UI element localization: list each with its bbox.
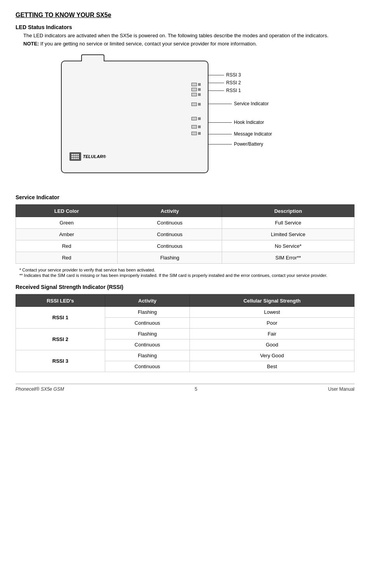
telular-dot-9	[71, 158, 73, 159]
service-indicator-title: Service Indicator	[16, 194, 354, 200]
hook-led-dot	[198, 117, 201, 120]
service-cell-description: No Service*	[222, 240, 354, 252]
telular-dot-11	[75, 158, 77, 159]
rssi-led-label: RSSI 1	[16, 307, 105, 329]
page-title: GETTING TO KNOW YOUR SX5e	[16, 12, 354, 19]
service-cell-description: Limited Service	[222, 229, 354, 240]
callout-spacer2	[208, 109, 317, 120]
message-led-dot	[198, 125, 201, 128]
service-table-row: Amber Continuous Limited Service	[16, 229, 354, 240]
service-cell-color: Green	[16, 217, 118, 229]
hook-led-box	[191, 117, 197, 120]
rssi-strength: Poor	[190, 318, 354, 329]
rssi1-led-dot	[198, 93, 201, 96]
callout-service: Service Indicator	[208, 101, 317, 106]
callout-label-hook: Hook Indicator	[234, 120, 264, 125]
service-table-header-row: LED Color Activity Description	[16, 205, 354, 217]
note-body: If you are getting no service or limited…	[40, 41, 257, 47]
service-table-row: Red Flashing SIM Error**	[16, 252, 354, 264]
telular-dot-8	[77, 156, 79, 157]
rssi3-led-dot	[198, 83, 201, 86]
led-gap2	[191, 108, 201, 115]
rssi-strength: Good	[190, 339, 354, 350]
rssi-activity: Continuous	[105, 318, 189, 329]
hook-led-indicator	[191, 117, 201, 120]
callout-message: Message Indicator	[208, 131, 317, 137]
rssi-th-activity: Activity	[105, 295, 189, 307]
rssi-th-leds: RSSI LED's	[16, 295, 105, 307]
telular-brand: TELULAR®	[83, 154, 106, 159]
rssi-strength: Very Good	[190, 350, 354, 361]
service-table-row: Green Continuous Full Service	[16, 217, 354, 229]
callout-line-message	[208, 134, 232, 134]
telular-dot-3	[75, 154, 77, 155]
rssi2-led-dot	[198, 88, 201, 91]
service-cell-description: SIM Error**	[222, 252, 354, 264]
callout-label-rssi3: RSSI 3	[226, 72, 241, 78]
message-led-box	[191, 125, 197, 129]
service-cell-activity: Continuous	[118, 217, 222, 229]
message-led-indicator	[191, 125, 201, 129]
footnote-1: * Contact your service provider to verif…	[19, 268, 354, 272]
rssi-table-row: RSSI 3 Flashing Very Good	[16, 350, 354, 361]
callout-spacer1	[208, 96, 317, 101]
service-table-row: Red Continuous No Service*	[16, 240, 354, 252]
power-led-dot	[198, 132, 201, 135]
rssi2-led-box	[191, 88, 197, 91]
device-box: TELULAR®	[61, 61, 208, 173]
service-cell-activity: Continuous	[118, 240, 222, 252]
callout-labels: RSSI 3 RSSI 2 RSSI 1 Service Indicator H…	[208, 72, 317, 149]
service-th-color: LED Color	[16, 205, 118, 217]
callout-label-rssi2: RSSI 2	[226, 80, 241, 85]
power-led-indicator	[191, 132, 201, 135]
telular-icon-grid	[71, 154, 79, 159]
callout-spacer3	[208, 127, 317, 131]
rssi-section-title: Received Signal Strength Indicator (RSSI…	[16, 284, 354, 290]
service-cell-description: Full Service	[222, 217, 354, 229]
callout-label-service: Service Indicator	[234, 101, 269, 106]
rssi-table-header-row: RSSI LED's Activity Cellular Signal Stre…	[16, 295, 354, 307]
rssi-strength: Lowest	[190, 307, 354, 318]
callout-line-rssi3	[208, 75, 224, 75]
service-led-dot	[198, 103, 201, 106]
service-footnotes: * Contact your service provider to verif…	[19, 268, 354, 278]
callout-rssi1: RSSI 1	[208, 88, 317, 93]
telular-logo: TELULAR®	[69, 152, 106, 161]
callout-line-rssi2	[208, 83, 224, 83]
telular-dot-7	[75, 156, 77, 157]
service-th-activity: Activity	[118, 205, 222, 217]
service-indicator-table: LED Color Activity Description Green Con…	[16, 205, 354, 264]
callout-line-power	[208, 144, 232, 144]
intro-text: The LED indicators are activated when th…	[23, 33, 354, 38]
rssi1-led-box	[191, 93, 197, 96]
callout-hook: Hook Indicator	[208, 120, 317, 125]
callout-rssi2: RSSI 2	[208, 80, 317, 85]
led-panel	[191, 83, 201, 135]
led-gap1	[191, 98, 201, 101]
footnote-2: ** Indicates that the SIM card is missin…	[19, 273, 354, 278]
rssi-activity: Flashing	[105, 307, 189, 318]
rssi2-indicator	[191, 88, 201, 91]
callout-rssi3: RSSI 3	[208, 72, 317, 78]
callout-line-rssi1	[208, 90, 224, 91]
callout-line-service	[208, 104, 232, 104]
service-th-description: Description	[222, 205, 354, 217]
footer-page-number: 5	[195, 386, 198, 392]
rssi-led-label: RSSI 3	[16, 350, 105, 372]
telular-dot-2	[73, 154, 75, 155]
device-diagram-container: TELULAR® RSSI 3 RSSI 2 RSSI 1 Service In…	[16, 53, 354, 185]
service-cell-activity: Flashing	[118, 252, 222, 264]
footer-manual: User Manual	[328, 386, 354, 392]
service-led-indicator	[191, 103, 201, 106]
rssi-activity: Flashing	[105, 350, 189, 361]
telular-dot-4	[77, 154, 79, 155]
power-led-box	[191, 132, 197, 135]
service-cell-activity: Continuous	[118, 229, 222, 240]
rssi-table: RSSI LED's Activity Cellular Signal Stre…	[16, 295, 354, 372]
service-cell-color: Amber	[16, 229, 118, 240]
service-led-box	[191, 103, 197, 106]
telular-dot-1	[71, 154, 73, 155]
callout-power: Power/Battery	[208, 141, 317, 147]
device-antenna-bump	[81, 54, 104, 61]
rssi-activity: Flashing	[105, 329, 189, 339]
